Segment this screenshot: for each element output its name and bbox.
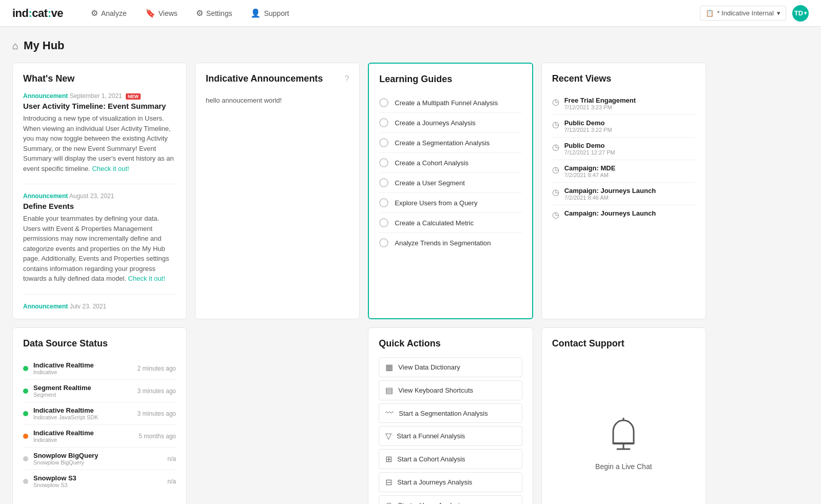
source-info-2: Indicative Realtime Indicative JavaScrip…: [33, 406, 132, 420]
ann-2-headline: Define Events: [23, 202, 176, 210]
guide-label-5: Explore Users from a Query: [395, 199, 477, 207]
learning-guides-card: Learning Guides Create a Multipath Funne…: [368, 63, 533, 319]
action-start-journeys[interactable]: ⊟ Start a Journeys Analysis: [379, 472, 522, 492]
source-item-3: Indicative Realtime Indicative 5 months …: [23, 425, 176, 448]
source-info-0: Indicative Realtime Indicative: [33, 361, 132, 375]
recent-item-1[interactable]: ◷ Public Demo 7/12/2021 3:22 PM: [552, 115, 695, 138]
nav-analyze[interactable]: ⚙ Analyze: [84, 5, 134, 21]
new-badge: NEW: [126, 93, 141, 100]
source-list: Indicative Realtime Indicative 2 minutes…: [23, 357, 176, 492]
recent-info-3: Campaign: MDE 7/2/2021 8:47 AM: [564, 164, 616, 178]
guide-circle-4: [379, 178, 388, 187]
whats-new-scroll[interactable]: Announcement September 1, 2021 NEW User …: [23, 92, 176, 308]
guide-item-0[interactable]: Create a Multipath Funnel Analysis: [379, 93, 521, 113]
quick-actions-title: Quick Actions: [379, 338, 522, 349]
nav-analyze-label: Analyze: [101, 9, 127, 17]
recent-item-0[interactable]: ◷ Free Trial Engagement 7/12/2021 3:23 P…: [552, 92, 695, 115]
source-name-0: Indicative Realtime: [33, 361, 132, 369]
recent-item-3[interactable]: ◷ Campaign: MDE 7/2/2021 8:47 AM: [552, 160, 695, 183]
user-avatar[interactable]: TD ▾: [792, 5, 809, 22]
data-source-card: Data Source Status Indicative Realtime I…: [12, 327, 187, 504]
guide-label-6: Create a Calculated Metric: [395, 219, 474, 227]
logo[interactable]: ind:cat:ve: [12, 7, 63, 20]
nav-settings[interactable]: ⚙ Settings: [189, 5, 240, 21]
bell-illustration: Begin a Live Chat: [552, 357, 695, 504]
source-name-2: Indicative Realtime: [33, 406, 132, 414]
guide-item-4[interactable]: Create a User Segment: [379, 173, 521, 193]
action-view-keyboard-shortcuts[interactable]: ▤ View Keyboard Shortcuts: [379, 380, 522, 400]
source-item-5: Snowplow S3 Snowplow S3 n/a: [23, 470, 176, 492]
recent-icon-4: ◷: [552, 187, 559, 197]
cohort-icon: ⊞: [385, 454, 392, 464]
recent-name-1: Public Demo: [564, 119, 612, 127]
action-view-data-dictionary[interactable]: ▦ View Data Dictionary: [379, 357, 522, 377]
recent-info-5: Campaign: Journeys Launch: [564, 209, 656, 217]
source-time-3: 5 months ago: [139, 433, 176, 440]
nav-menu: ⚙ Analyze 🔖 Views ⚙ Settings 👤 Support: [84, 5, 700, 21]
source-item-1: Segment Realtime Segment 3 minutes ago: [23, 380, 176, 402]
source-time-1: 3 minutes ago: [138, 387, 176, 395]
keyboard-icon: ▤: [385, 385, 393, 395]
funnel-icon: ▽: [385, 431, 392, 441]
announcement-3: Announcement July 23, 2021 Query Usabili…: [23, 303, 176, 309]
support-label[interactable]: Begin a Live Chat: [595, 462, 652, 471]
whats-new-title: What's New: [23, 73, 176, 84]
recent-views-card: Recent Views ◷ Free Trial Engagement 7/1…: [541, 63, 706, 319]
recent-item-4[interactable]: ◷ Campaign: Journeys Launch 7/2/2021 8:4…: [552, 183, 695, 205]
help-icon[interactable]: ?: [344, 74, 349, 84]
announcement-1: Announcement September 1, 2021 NEW User …: [23, 92, 176, 173]
guide-item-3[interactable]: Create a Cohort Analysis: [379, 153, 521, 173]
source-time-5: n/a: [167, 478, 176, 485]
action-start-cohort[interactable]: ⊞ Start a Cohort Analysis: [379, 449, 522, 469]
source-sub-4: Snowplow BigQuery: [33, 459, 162, 466]
source-dot-0: [23, 366, 28, 371]
recent-info-2: Public Demo 7/12/2021 12:27 PM: [564, 142, 615, 156]
quick-actions-card: Quick Actions ▦ View Data Dictionary ▤ V…: [368, 327, 533, 504]
top-grid: What's New Announcement September 1, 202…: [12, 63, 706, 319]
recent-date-3: 7/2/2021 8:47 AM: [564, 172, 616, 178]
announcements-content: hello annoucement world!: [206, 96, 349, 104]
action-label-6: Start a Users Analysis: [398, 501, 463, 504]
source-info-5: Snowplow S3 Snowplow S3: [33, 474, 162, 488]
source-dot-3: [23, 434, 28, 439]
action-start-users[interactable]: ◎ Start a Users Analysis: [379, 495, 522, 504]
guide-item-6[interactable]: Create a Calculated Metric: [379, 213, 521, 233]
source-time-2: 3 minutes ago: [138, 410, 176, 417]
action-start-funnel[interactable]: ▽ Start a Funnel Analysis: [379, 426, 522, 446]
recent-icon-1: ◷: [552, 120, 559, 129]
nav-support[interactable]: 👤 Support: [243, 5, 296, 21]
recent-date-4: 7/2/2021 8:46 AM: [564, 195, 656, 201]
guide-list: Create a Multipath Funnel Analysis Creat…: [379, 93, 521, 253]
bell-svg: [603, 415, 644, 456]
recent-item-5[interactable]: ◷ Campaign: Journeys Launch: [552, 205, 695, 224]
svg-rect-1: [613, 442, 634, 444]
bottom-grid: Data Source Status Indicative Realtime I…: [12, 327, 706, 504]
action-label-0: View Data Dictionary: [398, 363, 460, 371]
action-start-segmentation[interactable]: 〰 Start a Segmentation Analysis: [379, 403, 522, 423]
workspace-selector[interactable]: 📋 * Indicative Internal ▾: [700, 6, 786, 21]
data-dictionary-icon: ▦: [385, 362, 393, 372]
guide-item-7[interactable]: Analyze Trends in Segmentation: [379, 233, 521, 253]
guide-item-2[interactable]: Create a Segmentation Analysis: [379, 133, 521, 153]
guide-circle-7: [379, 238, 388, 247]
ann-2-link[interactable]: Check it out!: [128, 275, 165, 282]
ann-1-label: Announcement: [23, 92, 68, 100]
recent-item-2[interactable]: ◷ Public Demo 7/12/2021 12:27 PM: [552, 138, 695, 160]
action-label-1: View Keyboard Shortcuts: [398, 386, 473, 394]
workspace-icon: 📋: [706, 9, 714, 17]
guide-label-4: Create a User Segment: [395, 179, 465, 187]
ann-1-link[interactable]: Check it out!: [92, 165, 129, 172]
workspace-name: * Indicative Internal: [717, 9, 774, 17]
page-title: My Hub: [24, 39, 64, 52]
guide-item-5[interactable]: Explore Users from a Query: [379, 193, 521, 213]
source-name-1: Segment Realtime: [33, 384, 132, 392]
nav-views[interactable]: 🔖 Views: [138, 5, 185, 21]
views-icon: 🔖: [145, 8, 155, 18]
home-icon: ⌂: [12, 40, 18, 52]
source-time-4: n/a: [167, 455, 176, 462]
journeys-icon: ⊟: [385, 477, 392, 487]
guide-item-1[interactable]: Create a Journeys Analysis: [379, 113, 521, 133]
action-label-2: Start a Segmentation Analysis: [399, 410, 487, 417]
guide-circle-6: [379, 218, 388, 227]
action-label-3: Start a Funnel Analysis: [397, 432, 465, 440]
